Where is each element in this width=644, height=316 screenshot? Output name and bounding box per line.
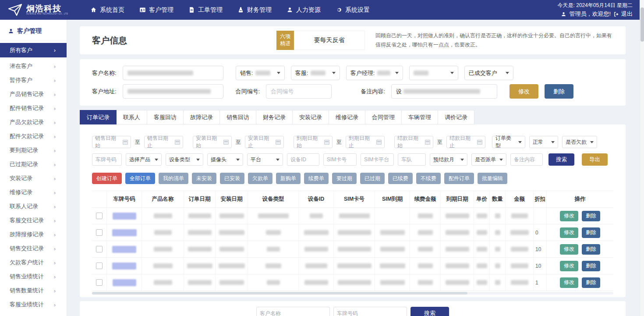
tab-price-adjust-records[interactable]: 调价记录 [438, 110, 474, 124]
sidebar-item-fault-report-records[interactable]: 故障报修记录 [0, 227, 67, 241]
nav-item-hr[interactable]: 人力资源 [287, 6, 321, 14]
sales-select[interactable]: 销售: [236, 66, 285, 80]
presettle-month-select[interactable]: 预结款月 [430, 153, 467, 166]
sim-number-filter-input[interactable] [323, 153, 357, 166]
nav-item-home[interactable]: 系统首页 [90, 6, 124, 14]
row-modify-button[interactable]: 修改 [560, 227, 578, 238]
contract-no-input[interactable] [266, 84, 332, 99]
tab-repair-records[interactable]: 维修记录 [329, 110, 365, 124]
bottom-customer-name-input[interactable] [256, 307, 330, 316]
scrollbar-thumb[interactable] [640, 7, 644, 42]
plate-number-link[interactable] [107, 208, 142, 224]
tab-vehicle-management[interactable]: 车辆管理 [402, 110, 438, 124]
bottom-search-button[interactable]: 搜索 [410, 307, 449, 316]
fleet-filter-input[interactable] [398, 153, 426, 166]
sidebar-item-potential-customers[interactable]: 潜在客户 [0, 59, 67, 73]
tab-install-records[interactable]: 安装记录 [293, 110, 329, 124]
device-id-filter-input[interactable] [287, 153, 319, 166]
product-select[interactable]: 选择产品 [126, 153, 162, 166]
table-horizontal-scrollbar[interactable] [92, 292, 613, 295]
tab-sales-callbacks[interactable]: 销售回访 [220, 110, 256, 124]
expiring-button[interactable]: 要过期 [332, 173, 357, 184]
debt-orders-button[interactable]: 欠款单 [248, 173, 272, 184]
settle-date-end-input[interactable]: 结款日期止 [446, 136, 485, 148]
tab-fault-records[interactable]: 故障记录 [184, 110, 220, 124]
row-modify-button[interactable]: 修改 [560, 244, 578, 255]
create-order-button[interactable]: 创建订单 [92, 173, 122, 184]
order-export-button[interactable]: 导出 [582, 153, 608, 166]
sidebar-item-repair-records[interactable]: 维修记录 [0, 185, 67, 199]
row-checkbox[interactable] [96, 279, 103, 286]
install-date-start-input[interactable]: 安装日期始 [193, 136, 232, 148]
install-date-end-input[interactable]: 安装日期止 [245, 136, 284, 148]
installed-button[interactable]: 已安装 [220, 173, 244, 184]
row-checkbox[interactable] [96, 229, 103, 236]
row-checkbox[interactable] [96, 213, 103, 219]
tab-finance-records[interactable]: 财务记录 [256, 110, 293, 124]
row-modify-button[interactable]: 修改 [560, 277, 578, 288]
sidebar-item-sales-performance-stats[interactable]: 销售业绩统计 [0, 270, 67, 284]
customer-address-input[interactable] [123, 84, 223, 99]
sidebar-item-install-records[interactable]: 安装记录 [0, 171, 67, 185]
not-installed-button[interactable]: 未安装 [192, 173, 216, 184]
expire-date-end-input[interactable]: 到期日期止 [346, 136, 385, 148]
sim-platform-filter-input[interactable] [361, 153, 394, 166]
nav-item-customers[interactable]: 客户管理 [139, 6, 173, 14]
customer-modify-button[interactable]: 修改 [510, 84, 538, 99]
camera-select[interactable]: 摄像头 [207, 153, 243, 166]
row-delete-button[interactable]: 删除 [582, 244, 600, 255]
tab-contract-management[interactable]: 合同管理 [365, 110, 402, 124]
tab-service-callbacks[interactable]: 客服回访 [147, 110, 184, 124]
all-orders-button[interactable]: 全部订单 [125, 173, 155, 184]
scrollbar-thumb[interactable] [92, 292, 467, 295]
platform-select[interactable]: 平台 [247, 153, 283, 166]
sidebar-item-service-performance-stats[interactable]: 客服业绩统计 [0, 298, 67, 312]
dispatch-status-select[interactable]: 是否派单 [471, 153, 506, 166]
customer-status-select[interactable]: 已成交客户 [464, 66, 513, 80]
sidebar-item-sales-quantity-stats[interactable]: 销售数量统计 [0, 284, 67, 298]
settle-date-start-input[interactable]: 结款日期始 [394, 136, 433, 148]
bottom-plate-number-input[interactable] [333, 307, 407, 316]
customer-name-input[interactable] [123, 66, 223, 80]
remark-filter-input[interactable] [510, 153, 543, 166]
sidebar-item-parts-sales[interactable]: 配件销售记录 [0, 101, 67, 115]
row-delete-button[interactable]: 删除 [582, 277, 600, 288]
renewed-button[interactable]: 已续费 [388, 173, 413, 184]
order-search-button[interactable]: 搜索 [548, 153, 574, 166]
plate-number-link[interactable] [107, 241, 142, 257]
customer-delete-button[interactable]: 删除 [545, 84, 573, 99]
sidebar-item-contact-records[interactable]: 联系人记录 [0, 199, 67, 213]
sidebar-item-sales-contact-records[interactable]: 销售交往记录 [0, 241, 67, 256]
row-delete-button[interactable]: 删除 [582, 227, 600, 238]
nav-item-finance[interactable]: 财务管理 [237, 6, 272, 14]
sidebar-item-paused-customers[interactable]: 暂停客户 [0, 73, 67, 87]
sidebar-item-product-sales[interactable]: 产品销售记录 [0, 87, 67, 101]
row-delete-button[interactable]: 删除 [582, 261, 600, 271]
nav-item-settings[interactable]: 系统设置 [336, 6, 370, 14]
new-purchase-button[interactable]: 新购单 [276, 173, 301, 184]
sidebar-item-product-debt[interactable]: 产品欠款记录 [0, 115, 67, 129]
row-modify-button[interactable]: 修改 [560, 261, 578, 271]
page-vertical-scrollbar[interactable] [640, 0, 644, 316]
order-type-select[interactable]: 订单类型 [492, 136, 525, 148]
nav-item-work-orders[interactable]: 工单管理 [188, 6, 223, 14]
remark-input[interactable]: 设 [391, 84, 497, 99]
tab-contacts[interactable]: 联系人 [117, 110, 147, 124]
plate-number-link[interactable] [107, 274, 142, 291]
row-delete-button[interactable]: 删除 [582, 211, 600, 221]
service-select[interactable]: 客服: [291, 66, 340, 80]
row-modify-button[interactable]: 修改 [560, 211, 578, 221]
tab-order-records[interactable]: 订单记录 [80, 110, 117, 124]
normal-status-select[interactable]: 正常 [529, 136, 558, 148]
expire-date-start-input[interactable]: 到期日期始 [294, 136, 333, 148]
plate-number-link[interactable] [107, 224, 142, 241]
my-list-button[interactable]: 我的清单 [159, 173, 188, 184]
sidebar-item-debt-customer-stats[interactable]: 欠款客户统计 [0, 256, 67, 270]
sidebar-item-expired[interactable]: 已过期记录 [0, 157, 67, 171]
row-checkbox[interactable] [96, 263, 103, 269]
logout-button[interactable]: 退出 [613, 10, 633, 18]
batch-edit-button[interactable]: 批量编辑 [478, 173, 507, 184]
sidebar-item-parts-debt[interactable]: 配件欠款记录 [0, 129, 67, 143]
sale-date-start-input[interactable]: 销售日期始 [92, 136, 131, 148]
plate-number-link[interactable] [107, 258, 142, 274]
